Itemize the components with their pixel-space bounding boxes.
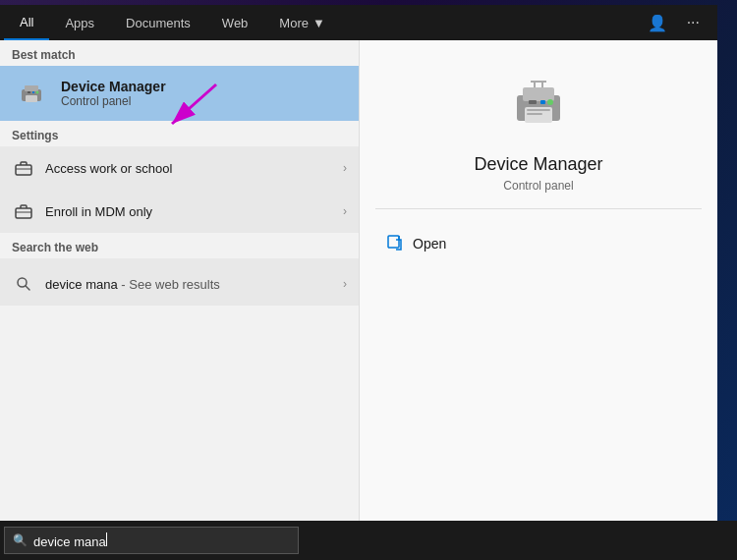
enroll-mdm-icon [12,199,35,223]
svg-point-18 [547,99,553,105]
svg-point-5 [36,91,39,94]
taskbar-search[interactable]: 🔍 device mana [4,527,299,554]
access-work-icon [12,156,35,180]
chevron-right-icon-2: › [343,204,347,218]
web-search-section: device mana - See web results › [0,258,359,306]
nav-tabs-right: 👤 ··· [642,5,713,40]
device-manager-icon-small [12,74,51,113]
detail-divider [375,208,702,209]
svg-rect-17 [540,100,545,104]
svg-rect-3 [28,91,30,93]
svg-rect-24 [388,236,399,248]
best-match-title: Device Manager [61,79,166,94]
nav-tabs: All Apps Documents Web More ▼ 👤 ··· [0,5,717,40]
best-match-text-group: Device Manager Control panel [61,79,166,108]
ellipsis-icon[interactable]: ··· [681,10,706,35]
svg-rect-20 [527,113,542,115]
svg-rect-19 [527,109,550,111]
svg-rect-2 [26,95,37,102]
open-label: Open [413,236,446,252]
right-panel: Device Manager Control panel Open [359,40,717,521]
svg-rect-1 [25,85,38,91]
svg-rect-14 [523,87,554,101]
open-icon [387,233,405,254]
best-match-label: Best match [0,40,359,66]
best-match-subtitle: Control panel [61,94,166,108]
svg-rect-7 [16,165,31,175]
detail-subtitle: Control panel [503,179,573,193]
svg-line-12 [26,286,29,290]
svg-rect-9 [16,208,31,218]
taskbar-search-text: device mana [33,532,107,549]
settings-item-access-work[interactable]: Access work or school › [0,146,359,190]
settings-label: Settings [0,121,359,146]
left-panel: Best match Device Manager Control [0,40,359,521]
web-search-query: device mana - See web results [45,277,343,292]
chevron-right-icon-1: › [343,161,347,175]
nav-tabs-left: All Apps Documents Web More ▼ [4,5,341,40]
tab-web[interactable]: Web [206,5,264,40]
chevron-right-icon-3: › [343,277,347,291]
taskbar-search-icon: 🔍 [13,533,28,547]
svg-rect-16 [529,100,537,104]
web-search-item[interactable]: device mana - See web results › [0,262,359,306]
taskbar: 🔍 device mana [0,521,737,560]
detail-title: Device Manager [474,154,602,175]
start-menu: All Apps Documents Web More ▼ 👤 ··· [0,5,717,521]
tab-more[interactable]: More ▼ [263,5,341,40]
best-match-item[interactable]: Device Manager Control panel [0,66,359,121]
tab-all[interactable]: All [4,5,49,40]
access-work-label: Access work or school [45,161,343,176]
person-icon[interactable]: 👤 [642,10,673,36]
settings-item-enroll-mdm[interactable]: Enroll in MDM only › [0,190,359,233]
tab-apps[interactable]: Apps [49,5,110,40]
svg-rect-4 [32,91,34,93]
settings-items: Access work or school › Enroll in MDM on… [0,146,359,233]
search-web-label: Search the web [0,233,359,258]
main-content: Best match Device Manager Control [0,40,717,521]
chevron-down-icon: ▼ [312,16,325,30]
device-manager-icon-large [499,64,578,142]
open-action[interactable]: Open [375,225,702,262]
tab-documents[interactable]: Documents [110,5,206,40]
enroll-mdm-label: Enroll in MDM only [45,204,343,219]
web-search-icon [12,272,35,296]
